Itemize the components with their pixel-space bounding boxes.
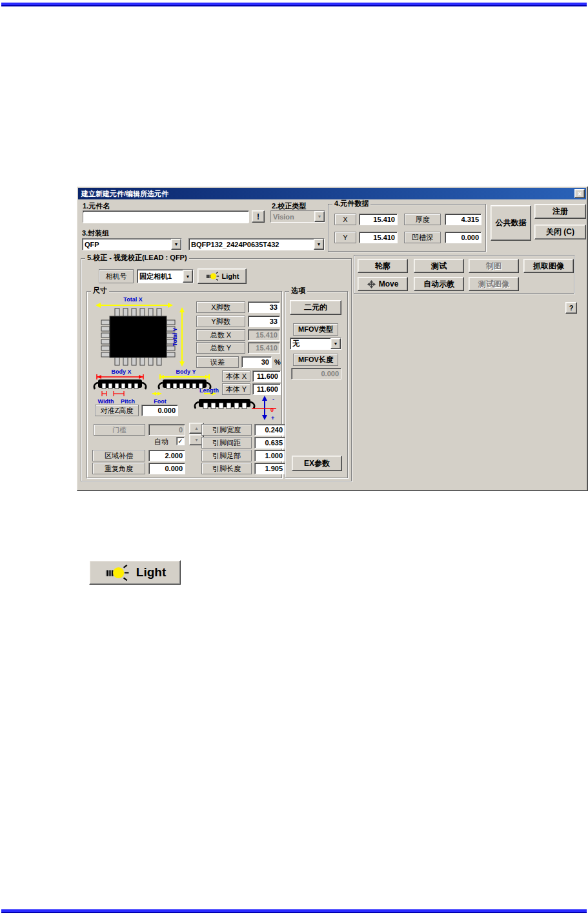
groove-depth-field[interactable]: 0.000 [445,232,482,243]
body-x-side-view-diagram: Body X [92,368,151,405]
area-comp-field[interactable]: 2.000 [148,450,185,461]
length-dim-label: Length [199,387,219,394]
test-image-button: 测试图像 [469,277,519,291]
x-label: X [334,214,356,225]
tolerance-unit: % [274,356,281,368]
body-y-label: 本体 Y [222,383,250,395]
part-name-input[interactable] [83,212,248,223]
package-value: BQFP132_2424P0635T432 [189,239,314,250]
auto-checkbox[interactable]: ✓ [176,437,185,445]
axis-plus-label: + [271,415,274,421]
threshold-label: 门槛 [94,424,145,436]
part-name-label: 1.元件名 [83,201,110,211]
axis-minus-label: - [272,396,274,402]
total-y-dim-label: Total Y [172,327,178,346]
light-button[interactable]: Light [198,268,247,284]
lead-pitch-field[interactable]: 0.635 [254,437,285,449]
grab-image-button[interactable]: 抓取图像 [523,259,574,273]
auto-label: 自动 [154,437,168,447]
y-field[interactable]: 15.410 [359,232,398,243]
help-button[interactable]: ? [565,302,577,314]
chevron-down-icon[interactable]: ▼ [183,270,193,283]
mfov-type-value: 无 [290,338,330,349]
dialog-titlebar[interactable]: 建立新建元件/编辑所选元件 × [78,188,586,199]
close-icon[interactable]: × [574,189,585,198]
options-groupbox: 选项 二元的 MFOV类型 无 ▼ MFOV长度 0.000 EX参数 [285,291,348,478]
x-field[interactable]: 15.410 [359,214,398,225]
mfov-length-field: 0.000 [291,368,341,379]
close-button[interactable]: 关闭 (C) [534,225,586,239]
common-data-button[interactable]: 公共数据 [491,205,531,241]
tolerance-field[interactable]: 30 [241,356,272,368]
body-x-label: 本体 X [222,370,250,382]
lead-length-field[interactable]: 1.905 [254,463,285,474]
y-pins-field[interactable]: 33 [248,316,280,327]
thickness-field[interactable]: 4.315 [445,214,482,225]
light-bulb-icon [205,271,219,281]
lead-pitch-label: 引脚间距 [201,437,252,449]
groove-depth-label: 凹槽深 [404,232,441,243]
width-dim-label: Width [98,398,114,405]
camera-number-label: 相机号 [99,269,134,283]
part-data-group-label: 4.元件数据 [332,199,370,208]
ex-params-button[interactable]: EX参数 [292,456,342,471]
pitch-dim-label: Pitch [121,398,135,405]
package-group-value: QFP [83,239,171,250]
total-x-field: 15.410 [248,329,280,341]
package-dropdown[interactable]: BQFP132_2424P0635T432 ▼ [188,238,325,250]
cal-type-dropdown: Vision ▼ [270,210,325,223]
camera-value: 固定相机1 [137,270,183,283]
area-comp-label: 区域补偿 [92,450,145,461]
light-bulb-icon [104,563,130,582]
move-arrows-icon [367,280,376,288]
move-button[interactable]: Move [358,277,408,291]
outline-button[interactable]: 轮廓 [358,259,408,273]
page-top-rule [1,3,587,6]
cal-type-label: 2.校正类型 [272,201,306,211]
y-pins-label: Y脚数 [196,316,245,327]
align-z-field[interactable]: 0.000 [141,405,178,416]
lead-foot-field[interactable]: 1.000 [254,450,285,461]
cal-type-value: Vision [271,211,314,222]
chevron-down-icon: ▼ [314,211,325,222]
lead-foot-label: 引脚足部 [201,450,252,461]
light-illustration-label: Light [136,565,166,580]
size-groupbox: 尺寸 Total X [86,291,282,478]
chevron-down-icon[interactable]: ▼ [314,239,324,250]
calibration-group-label: 5.校正 - 视觉校正(LEAD : QFP) [85,254,189,262]
action-buttons-frame: 轮廓 测试 制图 抓取图像 Move 自动示教 测试图像 [354,255,574,294]
lead-length-label: 引脚长度 [201,463,252,474]
foot-dim-label: Foot [154,398,167,405]
chevron-down-icon[interactable]: ▼ [330,338,341,349]
mfov-type-dropdown[interactable]: 无 ▼ [290,338,341,350]
camera-dropdown[interactable]: 固定相机1 ▼ [137,269,194,283]
package-group-dropdown[interactable]: QFP ▼ [82,238,182,250]
auto-teach-button[interactable]: 自动示教 [414,277,464,291]
light-button-illustration: Light [89,560,181,585]
part-name-field-wrap [83,210,249,223]
register-button[interactable]: 注册 [534,204,586,219]
repeat-angle-field[interactable]: 0.000 [148,463,185,474]
binary-button[interactable]: 二元的 [290,300,341,315]
test-button[interactable]: 测试 [414,259,464,273]
length-side-view-diagram: - 0 + [192,395,280,421]
total-x-label: 总数 X [196,329,245,341]
x-pins-field[interactable]: 33 [248,301,280,313]
body-x-field[interactable]: 11.600 [252,370,281,382]
chevron-down-icon[interactable]: ▼ [171,239,181,250]
calibration-groupbox: 5.校正 - 视觉校正(LEAD : QFP) 相机号 固定相机1 ▼ Ligh… [81,258,352,481]
dialog-window: 建立新建元件/编辑所选元件 × 1.元件名 ! 2.校正类型 Vision ▼ … [76,186,588,491]
lead-width-label: 引脚宽度 [201,424,252,436]
align-z-label: 对准Z高度 [95,405,139,416]
alert-button[interactable]: ! [252,210,265,223]
total-y-label: 总数 Y [196,342,245,354]
body-y-field[interactable]: 11.600 [252,383,281,395]
x-pins-label: X脚数 [196,301,245,313]
thickness-label: 厚度 [404,214,441,225]
part-data-groupbox: 4.元件数据 X 15.410 厚度 4.315 Y 15.410 凹槽深 0.… [328,204,486,252]
tolerance-label: 误差 [196,356,239,368]
size-group-label: 尺寸 [91,287,109,295]
lead-width-field[interactable]: 0.240 [254,424,285,436]
body-x-dim-label: Body X [111,369,131,375]
page-bottom-rule [1,909,587,913]
